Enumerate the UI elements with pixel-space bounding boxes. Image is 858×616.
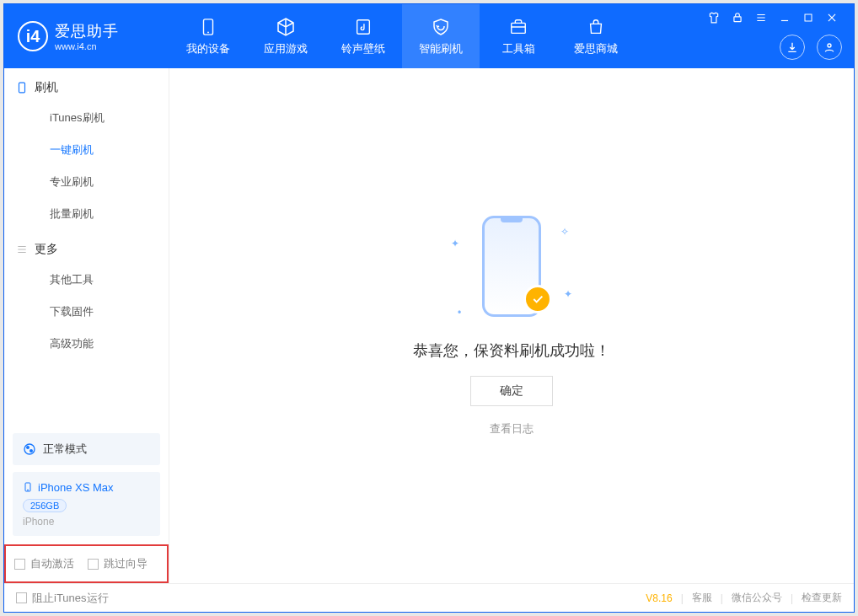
list-icon bbox=[16, 244, 28, 255]
tab-apps[interactable]: 应用游戏 bbox=[247, 4, 324, 68]
header-right bbox=[780, 35, 842, 60]
sidebar-item-batch-flash[interactable]: 批量刷机 bbox=[4, 198, 169, 230]
ok-button[interactable]: 确定 bbox=[470, 376, 553, 406]
sidebar-section-more: 更多 bbox=[4, 230, 169, 264]
link-wechat[interactable]: 微信公众号 bbox=[732, 591, 782, 605]
maximize-icon[interactable] bbox=[802, 11, 815, 24]
checkbox-icon bbox=[14, 559, 25, 570]
brand-url: www.i4.cn bbox=[55, 41, 119, 51]
sparkle-icon: • bbox=[458, 307, 461, 319]
statusbar: 阻止iTunes运行 V8.16 | 客服 | 微信公众号 | 检查更新 bbox=[4, 583, 854, 612]
sidebar-item-download-firmware[interactable]: 下载固件 bbox=[4, 296, 169, 328]
version-label: V8.16 bbox=[646, 592, 672, 604]
svg-point-10 bbox=[30, 450, 33, 453]
check-badge-icon bbox=[523, 285, 552, 313]
device-storage: 256GB bbox=[23, 499, 67, 512]
user-button[interactable] bbox=[817, 35, 842, 60]
success-message: 恭喜您，保资料刷机成功啦！ bbox=[413, 340, 610, 361]
section-title: 更多 bbox=[35, 242, 58, 257]
view-log-link[interactable]: 查看日志 bbox=[490, 421, 534, 437]
sidebar: 刷机 iTunes刷机 一键刷机 专业刷机 批量刷机 更多 其他工具 下载固件 … bbox=[4, 68, 169, 583]
checkbox-label: 自动激活 bbox=[30, 556, 74, 571]
tab-store[interactable]: 爱思商城 bbox=[557, 4, 635, 68]
nav-tabs: 我的设备 应用游戏 铃声壁纸 智能刷机 工具箱 爱思商城 bbox=[169, 4, 635, 68]
svg-point-9 bbox=[27, 447, 29, 449]
logo: i4 爱思助手 www.i4.cn bbox=[18, 21, 169, 51]
music-file-icon bbox=[352, 16, 374, 38]
mode-card[interactable]: 正常模式 bbox=[13, 433, 160, 465]
tab-my-device[interactable]: 我的设备 bbox=[169, 4, 247, 68]
tab-ringtones[interactable]: 铃声壁纸 bbox=[324, 4, 402, 68]
body: 刷机 iTunes刷机 一键刷机 专业刷机 批量刷机 更多 其他工具 下载固件 … bbox=[4, 68, 854, 583]
sidebar-section-flash: 刷机 bbox=[4, 68, 169, 102]
tab-label: 爱思商城 bbox=[574, 41, 618, 56]
checkbox-icon bbox=[88, 559, 99, 570]
header: i4 爱思助手 www.i4.cn 我的设备 应用游戏 铃声壁纸 智能刷机 bbox=[4, 4, 854, 68]
sidebar-item-oneclick-flash[interactable]: 一键刷机 bbox=[4, 134, 169, 166]
briefcase-icon bbox=[507, 16, 529, 38]
tab-label: 我的设备 bbox=[186, 41, 230, 56]
tshirt-icon[interactable] bbox=[707, 11, 721, 24]
sparkle-icon: ✦ bbox=[451, 238, 459, 249]
section-title: 刷机 bbox=[35, 80, 58, 95]
svg-point-8 bbox=[24, 444, 35, 454]
tab-flash[interactable]: 智能刷机 bbox=[402, 4, 480, 68]
device-type: iPhone bbox=[23, 516, 150, 528]
tab-label: 铃声壁纸 bbox=[341, 41, 385, 56]
sidebar-item-itunes-flash[interactable]: iTunes刷机 bbox=[4, 102, 169, 134]
svg-rect-1 bbox=[805, 14, 812, 21]
svg-rect-7 bbox=[19, 83, 25, 93]
sparkle-icon: ✦ bbox=[564, 288, 572, 300]
link-check-update[interactable]: 检查更新 bbox=[802, 591, 842, 605]
sidebar-item-pro-flash[interactable]: 专业刷机 bbox=[4, 166, 169, 198]
checkbox-skip-wizard[interactable]: 跳过向导 bbox=[88, 556, 147, 571]
divider: | bbox=[791, 592, 793, 604]
refresh-shield-icon bbox=[430, 16, 452, 38]
svg-rect-0 bbox=[734, 17, 741, 22]
app-window: i4 爱思助手 www.i4.cn 我的设备 应用游戏 铃声壁纸 智能刷机 bbox=[3, 3, 855, 613]
svg-point-6 bbox=[828, 44, 831, 47]
svg-rect-5 bbox=[512, 23, 526, 33]
tab-label: 智能刷机 bbox=[419, 41, 463, 56]
tab-label: 工具箱 bbox=[502, 41, 535, 56]
link-support[interactable]: 客服 bbox=[692, 591, 712, 605]
brand-name: 爱思助手 bbox=[55, 21, 119, 41]
phone-outline-icon bbox=[16, 80, 28, 95]
checkbox-label: 阻止iTunes运行 bbox=[32, 591, 109, 606]
download-button[interactable] bbox=[780, 35, 805, 60]
divider: | bbox=[721, 592, 723, 604]
tab-label: 应用游戏 bbox=[264, 41, 308, 56]
cube-icon bbox=[275, 16, 297, 38]
mode-label: 正常模式 bbox=[43, 442, 87, 457]
logo-icon: i4 bbox=[18, 21, 48, 51]
bag-icon bbox=[585, 16, 607, 38]
device-name: iPhone XS Max bbox=[38, 481, 114, 494]
sidebar-item-advanced[interactable]: 高级功能 bbox=[4, 328, 169, 360]
mode-icon bbox=[23, 442, 36, 456]
close-icon[interactable] bbox=[825, 11, 839, 24]
menu-icon[interactable] bbox=[754, 11, 768, 24]
phone-icon bbox=[197, 16, 219, 38]
checkbox-label: 跳过向导 bbox=[104, 556, 147, 571]
sidebar-item-other-tools[interactable]: 其他工具 bbox=[4, 264, 169, 296]
checkbox-icon bbox=[16, 592, 27, 603]
main-content: ✦ ✧ • ✦ 恭喜您，保资料刷机成功啦！ 确定 查看日志 bbox=[169, 68, 854, 583]
svg-point-12 bbox=[28, 490, 29, 490]
sidebar-lower: 正常模式 iPhone XS Max 256GB iPhone bbox=[4, 425, 169, 544]
sparkle-icon: ✧ bbox=[560, 226, 569, 238]
success-illustration: ✦ ✧ • ✦ bbox=[436, 216, 587, 325]
divider: | bbox=[681, 592, 684, 604]
highlighted-options-box: 自动激活 跳过向导 bbox=[4, 544, 169, 583]
svg-rect-4 bbox=[357, 20, 370, 35]
device-card[interactable]: iPhone XS Max 256GB iPhone bbox=[13, 472, 160, 536]
minimize-icon[interactable] bbox=[778, 11, 791, 24]
tab-toolbox[interactable]: 工具箱 bbox=[480, 4, 557, 68]
titlebar-controls bbox=[707, 11, 839, 24]
checkbox-auto-activate[interactable]: 自动激活 bbox=[14, 556, 74, 571]
lock-icon[interactable] bbox=[731, 11, 744, 24]
device-phone-icon bbox=[23, 480, 33, 494]
checkbox-block-itunes[interactable]: 阻止iTunes运行 bbox=[16, 591, 109, 606]
svg-point-3 bbox=[207, 32, 209, 34]
